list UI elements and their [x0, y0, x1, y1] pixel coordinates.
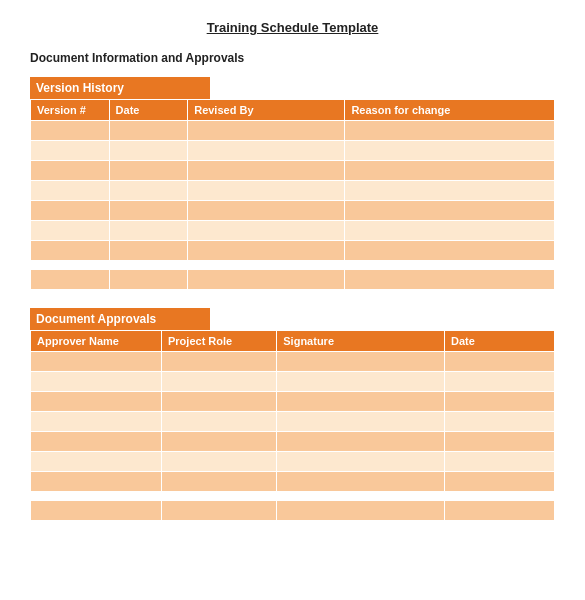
col-revised-by: Revised By: [188, 100, 345, 121]
table-cell: [31, 201, 110, 221]
table-row: [31, 181, 555, 201]
table-cell: [188, 181, 345, 201]
table-cell: [444, 452, 554, 472]
table-cell: [188, 161, 345, 181]
version-history-spacer: [30, 269, 555, 290]
table-cell: [345, 181, 555, 201]
table-cell: [444, 392, 554, 412]
table-row: [31, 412, 555, 432]
table-cell: [162, 352, 277, 372]
col-project-role: Project Role: [162, 331, 277, 352]
approvals-blank-row: [31, 501, 555, 521]
col-approvals-date: Date: [444, 331, 554, 352]
table-cell: [31, 372, 162, 392]
table-cell: [162, 472, 277, 492]
version-history-table: Version # Date Revised By Reason for cha…: [30, 99, 555, 261]
table-row: [31, 352, 555, 372]
table-cell: [31, 181, 110, 201]
table-row: [31, 392, 555, 412]
table-cell: [109, 221, 188, 241]
document-approvals-section: Document Approvals Approver Name Project…: [30, 308, 555, 521]
table-row: [31, 161, 555, 181]
approvals-spacer: [30, 500, 555, 521]
table-cell: [345, 241, 555, 261]
table-cell: [345, 161, 555, 181]
document-approvals-table: Approver Name Project Role Signature Dat…: [30, 330, 555, 492]
table-cell: [188, 221, 345, 241]
table-cell: [188, 141, 345, 161]
table-cell: [31, 432, 162, 452]
table-cell: [444, 352, 554, 372]
table-cell: [109, 181, 188, 201]
table-cell: [162, 452, 277, 472]
table-cell: [345, 201, 555, 221]
table-row: [31, 432, 555, 452]
table-cell: [31, 472, 162, 492]
table-cell: [188, 241, 345, 261]
col-signature: Signature: [277, 331, 445, 352]
table-cell: [109, 141, 188, 161]
col-approver-name: Approver Name: [31, 331, 162, 352]
version-history-header-row: Version # Date Revised By Reason for cha…: [31, 100, 555, 121]
table-row: [31, 221, 555, 241]
col-version: Version #: [31, 100, 110, 121]
table-cell: [444, 472, 554, 492]
table-row: [31, 121, 555, 141]
table-cell: [31, 392, 162, 412]
table-cell: [277, 452, 445, 472]
table-cell: [109, 161, 188, 181]
table-cell: [188, 201, 345, 221]
approvals-header-row: Approver Name Project Role Signature Dat…: [31, 331, 555, 352]
version-history-section: Version History Version # Date Revised B…: [30, 77, 555, 290]
col-date: Date: [109, 100, 188, 121]
table-cell: [162, 432, 277, 452]
table-cell: [444, 412, 554, 432]
table-cell: [277, 432, 445, 452]
table-cell: [109, 201, 188, 221]
table-row: [31, 472, 555, 492]
table-cell: [188, 121, 345, 141]
table-row: [31, 452, 555, 472]
doc-info-label: Document Information and Approvals: [30, 51, 555, 65]
table-cell: [444, 432, 554, 452]
table-cell: [31, 241, 110, 261]
table-cell: [345, 121, 555, 141]
page-title: Training Schedule Template: [30, 20, 555, 35]
table-row: [31, 241, 555, 261]
table-cell: [277, 472, 445, 492]
table-cell: [277, 412, 445, 432]
table-row: [31, 372, 555, 392]
document-approvals-header: Document Approvals: [30, 308, 210, 330]
table-cell: [345, 221, 555, 241]
table-cell: [162, 412, 277, 432]
table-cell: [109, 241, 188, 261]
table-cell: [31, 352, 162, 372]
table-cell: [345, 141, 555, 161]
table-cell: [162, 392, 277, 412]
table-cell: [277, 372, 445, 392]
table-cell: [31, 412, 162, 432]
table-row: [31, 201, 555, 221]
table-cell: [162, 372, 277, 392]
table-cell: [109, 121, 188, 141]
table-cell: [277, 352, 445, 372]
version-history-header: Version History: [30, 77, 210, 99]
table-cell: [444, 372, 554, 392]
table-cell: [31, 121, 110, 141]
table-cell: [31, 221, 110, 241]
version-blank-row: [31, 270, 555, 290]
table-cell: [31, 452, 162, 472]
col-reason: Reason for change: [345, 100, 555, 121]
table-cell: [31, 161, 110, 181]
table-cell: [31, 141, 110, 161]
table-cell: [277, 392, 445, 412]
table-row: [31, 141, 555, 161]
